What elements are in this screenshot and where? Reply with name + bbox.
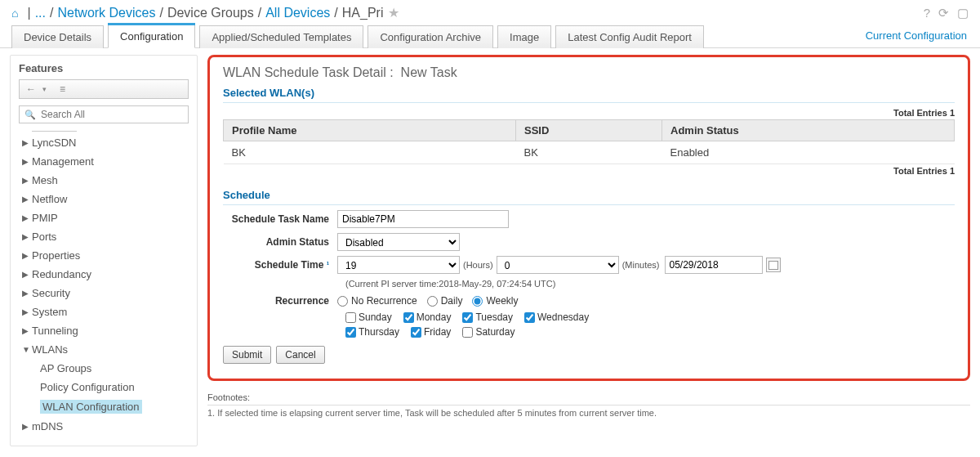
minutes-label: (Minutes) bbox=[622, 260, 660, 270]
cell-ssid: BK bbox=[516, 141, 662, 164]
schedule-header: Schedule bbox=[223, 189, 955, 205]
footnotes-header: Footnotes: bbox=[207, 392, 970, 405]
current-configuration-link[interactable]: Current Configuration bbox=[864, 25, 969, 47]
page-title: WLAN Schedule Task Detail : New Task bbox=[223, 65, 955, 80]
tab-configuration[interactable]: Configuration bbox=[108, 25, 195, 48]
task-name-input[interactable] bbox=[337, 210, 509, 228]
radio-weekly[interactable]: Weekly bbox=[472, 295, 518, 307]
refresh-icon[interactable]: ⟳ bbox=[938, 6, 949, 20]
cell-admin: Enabled bbox=[662, 141, 955, 164]
dropdown-icon[interactable]: ▾ bbox=[42, 85, 47, 93]
total-entries-bottom: Total Entries 1 bbox=[223, 166, 955, 176]
table-row[interactable]: BK BK Enabled bbox=[224, 141, 955, 164]
hour-select[interactable]: 19 bbox=[337, 256, 460, 274]
feature-tree: ————— ▶LyncSDN ▶Management ▶Mesh ▶Netflo… bbox=[19, 127, 189, 436]
minute-select[interactable]: 0 bbox=[497, 256, 619, 274]
cancel-button[interactable]: Cancel bbox=[276, 346, 324, 364]
chk-thursday[interactable]: Thursday bbox=[345, 326, 399, 338]
tabs: Device Details Configuration Applied/Sch… bbox=[0, 24, 980, 48]
back-icon[interactable]: ← bbox=[26, 83, 36, 95]
footnote-1: 1. If selected time is elapsing current … bbox=[207, 408, 970, 418]
tree-item-cut: ————— bbox=[20, 127, 189, 133]
tree-item-properties[interactable]: ▶Properties bbox=[20, 246, 189, 265]
breadcrumb: ⌂ | ... / Network Devices / Device Group… bbox=[0, 0, 980, 24]
tree-item-management[interactable]: ▶Management bbox=[20, 152, 189, 171]
help-icon[interactable]: ? bbox=[924, 6, 930, 20]
wlan-table: Profile Name SSID Admin Status BK BK Ena… bbox=[223, 119, 955, 164]
tree-item-policy-config[interactable]: Policy Configuration bbox=[20, 378, 189, 397]
breadcrumb-ellipsis[interactable]: ... bbox=[35, 6, 46, 20]
label-recurrence: Recurrence bbox=[223, 295, 337, 307]
search-input[interactable] bbox=[41, 109, 183, 120]
tree-item-security[interactable]: ▶Security bbox=[20, 284, 189, 302]
content-panel: WLAN Schedule Task Detail : New Task Sel… bbox=[207, 55, 970, 381]
search-icon: 🔍 bbox=[24, 110, 36, 120]
date-input[interactable] bbox=[665, 256, 763, 274]
sidebar-toolbar[interactable]: ← ▾ ≡ bbox=[19, 79, 189, 99]
breadcrumb-all-devices[interactable]: All Devices bbox=[265, 6, 330, 20]
chk-sunday[interactable]: Sunday bbox=[345, 311, 392, 323]
label-task-name: Schedule Task Name bbox=[223, 213, 337, 225]
tab-device-details[interactable]: Device Details bbox=[11, 25, 104, 48]
server-time-note: (Current PI server time:2018-May-29, 07:… bbox=[345, 279, 955, 289]
footnotes: Footnotes: 1. If selected time is elapsi… bbox=[207, 392, 970, 418]
sidebar-title: Features bbox=[19, 62, 189, 74]
tree-item-ports[interactable]: ▶Ports bbox=[20, 227, 189, 246]
tree-item-pmip[interactable]: ▶PMIP bbox=[20, 208, 189, 227]
label-schedule-time: Schedule Time ¹ bbox=[223, 259, 337, 271]
tree-item-system[interactable]: ▶System bbox=[20, 302, 189, 321]
radio-daily[interactable]: Daily bbox=[427, 295, 463, 307]
chk-tuesday[interactable]: Tuesday bbox=[462, 311, 513, 323]
tree-item-mesh[interactable]: ▶Mesh bbox=[20, 171, 189, 190]
admin-status-select[interactable]: Disabled bbox=[337, 233, 460, 251]
tree-item-lyncsdn[interactable]: ▶LyncSDN bbox=[20, 133, 189, 152]
label-admin-status: Admin Status bbox=[223, 236, 337, 248]
submit-button[interactable]: Submit bbox=[223, 346, 271, 364]
breadcrumb-current: HA_Pri bbox=[342, 6, 384, 20]
tree-item-tunneling[interactable]: ▶Tunneling bbox=[20, 321, 189, 340]
tree-item-ap-groups[interactable]: AP Groups bbox=[20, 359, 189, 378]
chk-saturday[interactable]: Saturday bbox=[462, 326, 514, 338]
list-icon[interactable]: ≡ bbox=[60, 83, 65, 95]
breadcrumb-device-groups: Device Groups bbox=[167, 6, 254, 20]
selected-wlans-header: Selected WLAN(s) bbox=[223, 87, 955, 103]
day-checkboxes: Sunday Monday Tuesday Wednesday Thursday… bbox=[345, 311, 639, 338]
breadcrumb-sep: | bbox=[27, 6, 30, 20]
col-ssid: SSID bbox=[516, 120, 662, 141]
breadcrumb-network-devices[interactable]: Network Devices bbox=[57, 6, 155, 20]
sidebar-search[interactable]: 🔍 bbox=[19, 105, 189, 123]
tree-item-wlan-config[interactable]: WLAN Configuration bbox=[20, 397, 189, 417]
tree-item-wlans[interactable]: ▼WLANs bbox=[20, 340, 189, 359]
calendar-icon[interactable] bbox=[766, 258, 781, 272]
col-admin: Admin Status bbox=[662, 120, 955, 141]
col-profile: Profile Name bbox=[224, 120, 516, 141]
tree-item-redundancy[interactable]: ▶Redundancy bbox=[20, 265, 189, 284]
favorite-icon[interactable]: ★ bbox=[388, 5, 399, 20]
schedule-form: Schedule Task Name Admin Status Disabled… bbox=[223, 210, 955, 364]
chk-wednesday[interactable]: Wednesday bbox=[524, 311, 589, 323]
tab-audit-report[interactable]: Latest Config Audit Report bbox=[555, 25, 704, 48]
tab-config-archive[interactable]: Configuration Archive bbox=[368, 25, 493, 48]
total-entries-top: Total Entries 1 bbox=[223, 108, 955, 118]
tree-item-mdns[interactable]: ▶mDNS bbox=[20, 417, 189, 436]
tab-image[interactable]: Image bbox=[497, 25, 551, 48]
tree-item-netflow[interactable]: ▶Netflow bbox=[20, 190, 189, 208]
chk-friday[interactable]: Friday bbox=[411, 326, 451, 338]
home-icon[interactable]: ⌂ bbox=[11, 7, 18, 20]
radio-no-recurrence[interactable]: No Recurrence bbox=[337, 295, 417, 307]
features-sidebar: Features ← ▾ ≡ 🔍 ————— ▶LyncSDN ▶Managem… bbox=[10, 55, 198, 446]
hours-label: (Hours) bbox=[463, 260, 493, 270]
chk-monday[interactable]: Monday bbox=[403, 311, 452, 323]
cell-profile: BK bbox=[224, 141, 516, 164]
tab-applied-templates[interactable]: Applied/Scheduled Templates bbox=[199, 25, 363, 48]
panel-icon[interactable]: ▢ bbox=[957, 6, 969, 20]
